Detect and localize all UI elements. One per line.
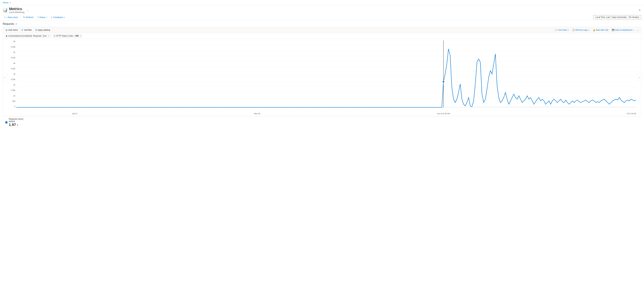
breadcrumb-separator: >: [10, 1, 11, 4]
feedback-chevron-icon: ∨: [64, 16, 65, 18]
refresh-button[interactable]: ↻ Refresh: [22, 15, 35, 19]
refresh-label: Refresh: [26, 16, 34, 19]
x-label-jan10: Jan 10 9:45 PM: [437, 113, 450, 115]
add-filter-button[interactable]: ▼ Add filter: [20, 28, 33, 32]
y-label-0: 0: [14, 105, 15, 108]
share-label: Share: [40, 16, 45, 19]
y-label-3k: 3k: [13, 73, 15, 75]
line-chart-label: Line chart: [558, 29, 567, 31]
feedback-button[interactable]: ☺ Feedback ∨: [49, 15, 66, 19]
filter-chip-icon: ⊡: [54, 35, 56, 37]
drill-logs-chevron-icon: ∨: [588, 29, 590, 31]
drill-into-logs-button[interactable]: 📋 Drill into Logs ∨: [571, 28, 591, 32]
metric-chip-icon: ◉: [6, 35, 8, 37]
y-label-450k: 4.50k: [11, 57, 15, 59]
new-chart-icon: +: [4, 16, 6, 19]
status-chip-close[interactable]: ×: [79, 35, 81, 37]
add-metric-button[interactable]: ⊕ Add metric: [4, 28, 19, 32]
new-chart-button[interactable]: + + New chart: [3, 15, 19, 19]
line-chart-icon: 📈: [555, 29, 557, 31]
breadcrumb: Home >: [3, 1, 11, 4]
svg-point-14: [442, 81, 444, 83]
refresh-icon: ↻: [23, 16, 25, 19]
time-range-button[interactable]: Local Time: Last 7 days (Automatic - 30 …: [593, 15, 641, 19]
x-label-mon09: Mon 09: [254, 113, 260, 115]
line-chart-chevron-icon: ∨: [568, 29, 569, 31]
legend-unit: k: [17, 124, 18, 126]
right-arrow-icon: ›: [639, 76, 640, 79]
more-options-button[interactable]: ...: [636, 28, 640, 32]
y-label-500: 500: [12, 100, 15, 102]
more-icon: ...: [637, 29, 639, 31]
legend-row: Requests (Sum) default 1.97 k: [3, 116, 641, 128]
page-subtitle: Azure Monitoring: [9, 11, 24, 14]
feedback-icon: ☺: [50, 16, 53, 19]
left-arrow-icon: ‹: [4, 76, 6, 79]
apply-splitting-button[interactable]: ⊞ Apply splitting: [34, 28, 52, 32]
metric-chip-label: voxamediaservices/default, Requests, Sum: [8, 35, 47, 37]
add-metric-icon: ⊕: [6, 29, 8, 31]
apply-splitting-label: Apply splitting: [38, 29, 50, 31]
x-label-sat07: Sat 07: [72, 113, 78, 115]
new-chart-label: + New chart: [6, 16, 18, 19]
add-filter-icon: ▼: [21, 29, 23, 31]
y-label-250k: 2.50k: [11, 78, 15, 80]
save-label: Save to dashboard: [615, 29, 632, 31]
add-metric-label: Add metric: [8, 29, 18, 31]
metric-filter-chip: ◉ voxamediaservices/default, Requests, S…: [4, 34, 51, 38]
chart-title: Requests: [3, 23, 14, 26]
add-filter-label: Add filter: [24, 29, 32, 31]
chart-nav-left[interactable]: ‹: [3, 73, 7, 81]
save-chevron-icon: ∨: [632, 29, 634, 31]
metrics-app-icon: 📊: [3, 8, 8, 13]
legend-value: 1.97: [9, 122, 16, 127]
close-button[interactable]: ×: [638, 8, 641, 13]
legend-color-swatch: [6, 121, 8, 123]
share-button[interactable]: ↗ Share ∨: [36, 15, 48, 19]
line-chart-button[interactable]: 📈 Line chart ∨: [554, 28, 570, 32]
drill-logs-icon: 📋: [572, 29, 575, 31]
y-label-150k: 1.50k: [11, 89, 15, 91]
home-link[interactable]: Home: [3, 1, 8, 4]
chart-nav-right[interactable]: ›: [637, 73, 641, 81]
x-label-utc: UTC+02:00: [626, 113, 636, 115]
share-icon: ↗: [37, 16, 39, 19]
page-title: Metrics: [9, 7, 24, 11]
status-chip-label: HTTP Status Code = 400: [56, 35, 78, 37]
legend-value-row: 1.97 k: [9, 122, 24, 127]
feedback-label: Feedback: [53, 16, 63, 19]
chart-title-edit-icon[interactable]: ✏: [16, 23, 17, 25]
status-filter-chip: ⊡ HTTP Status Code = 400 ×: [52, 34, 83, 38]
metric-chip-close[interactable]: ×: [48, 35, 49, 37]
y-label-2k: 2k: [13, 84, 15, 86]
new-alert-rule-button[interactable]: 🔔 New alert rule: [592, 28, 610, 32]
chart-container: ‹ › 6k 5.50k 5k 4.50k 4k 3.50k 3k 2.50k …: [3, 39, 641, 116]
legend-series-label: Requests (Sum): [9, 118, 24, 120]
y-label-5k: 5k: [13, 51, 15, 53]
save-icon: 💾: [612, 29, 614, 31]
y-label-1k: 1k: [13, 95, 15, 97]
chart-svg: [16, 41, 636, 108]
share-chevron-icon: ∨: [46, 16, 47, 18]
y-label-6k: 6k: [13, 41, 15, 43]
drill-logs-label: Drill into Logs: [575, 29, 588, 31]
apply-splitting-icon: ⊞: [35, 29, 37, 31]
page-options-button[interactable]: ...: [26, 8, 29, 12]
y-label-350k: 3.50k: [11, 68, 15, 70]
y-label-550k: 5.50k: [11, 46, 15, 48]
y-label-4k: 4k: [13, 62, 15, 64]
toolbar-separator-1: [20, 16, 20, 19]
alert-label: New alert rule: [596, 29, 608, 31]
legend-series-text: Requests (Sum): [9, 118, 24, 120]
save-to-dashboard-button[interactable]: 💾 Save to dashboard ∨: [610, 28, 635, 32]
legend-subseries-label: default: [9, 120, 24, 122]
alert-icon: 🔔: [593, 29, 595, 31]
